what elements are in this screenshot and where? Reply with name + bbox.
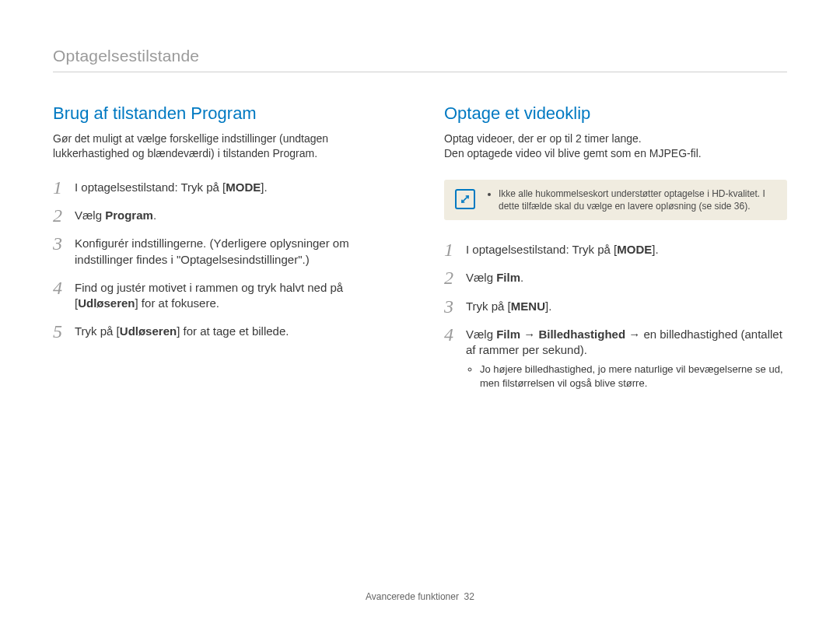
text: → [520, 328, 538, 341]
right-section-title: Optage et videoklip [444, 102, 787, 125]
shutter-label: Udløseren [78, 296, 135, 310]
left-step-1: I optagelsestilstand: Tryk på [MODE]. [53, 180, 396, 195]
page-footer: Avancerede funktioner 32 [0, 590, 840, 603]
left-step-3: Konfigurér indstillingerne. (Yderligere … [53, 236, 396, 268]
right-step-3: Tryk på [MENU]. [444, 299, 787, 314]
framerate-label: Billedhastighed [538, 328, 625, 341]
menu-key: MENU [511, 299, 545, 313]
shutter-label: Udløseren [120, 324, 177, 338]
mode-key: MODE [617, 243, 652, 256]
text: Tryk på [ [466, 299, 511, 313]
left-section-title: Brug af tilstanden Program [53, 102, 396, 125]
note-text: Ikke alle hukommelseskort understøtter o… [486, 187, 776, 212]
note-box: Ikke alle hukommelseskort understøtter o… [444, 180, 787, 220]
left-step-4: Find og justér motivet i rammen og tryk … [53, 280, 396, 312]
text: ] for at tage et billede. [177, 324, 289, 338]
right-step-2: Vælg Film. [444, 270, 787, 285]
text: ]. [545, 299, 551, 313]
text: Vælg [466, 271, 496, 284]
text: I optagelsestilstand: Tryk på [ [466, 243, 617, 256]
footer-page-number: 32 [464, 591, 474, 602]
right-steps: I optagelsestilstand: Tryk på [MODE]. Væ… [444, 242, 787, 390]
text: ] for at fokusere. [135, 296, 219, 310]
text: Tryk på [ [75, 324, 120, 338]
note-bullet: Ikke alle hukommelseskort understøtter o… [499, 187, 776, 212]
right-step-4: Vælg Film → Billedhastighed → en billedh… [444, 327, 787, 391]
text: . [520, 271, 523, 284]
film-label: Film [496, 271, 520, 284]
film-label: Film [496, 328, 520, 341]
two-column-layout: Brug af tilstanden Program Gør det mulig… [53, 102, 787, 402]
sub-bullet: Jo højere billedhastighed, jo mere natur… [480, 363, 787, 390]
left-intro: Gør det muligt at vælge forskellige inds… [53, 131, 396, 161]
text: ]. [261, 180, 267, 194]
left-column: Brug af tilstanden Program Gør det mulig… [53, 102, 396, 402]
right-step-4-sub: Jo højere billedhastighed, jo mere natur… [466, 363, 787, 390]
left-step-5: Tryk på [Udløseren] for at tage et bille… [53, 324, 396, 339]
mode-key: MODE [226, 180, 261, 194]
program-label: Program [105, 208, 153, 222]
text: ]. [652, 243, 658, 256]
text: . [153, 208, 156, 222]
text: Vælg [466, 328, 496, 341]
text: Vælg [75, 208, 105, 222]
right-step-1: I optagelsestilstand: Tryk på [MODE]. [444, 242, 787, 257]
right-column: Optage et videoklip Optag videoer, der e… [444, 102, 787, 402]
left-step-2: Vælg Program. [53, 208, 396, 223]
svg-line-0 [462, 196, 468, 202]
page: Optagelsestilstande Brug af tilstanden P… [0, 0, 840, 403]
right-intro: Optag videoer, der er op til 2 timer lan… [444, 131, 787, 161]
text: I optagelsestilstand: Tryk på [ [75, 180, 226, 194]
breadcrumb-header: Optagelsestilstande [53, 45, 787, 72]
left-steps: I optagelsestilstand: Tryk på [MODE]. Væ… [53, 180, 396, 340]
note-icon [455, 189, 475, 209]
footer-section: Avancerede funktioner [366, 591, 459, 602]
